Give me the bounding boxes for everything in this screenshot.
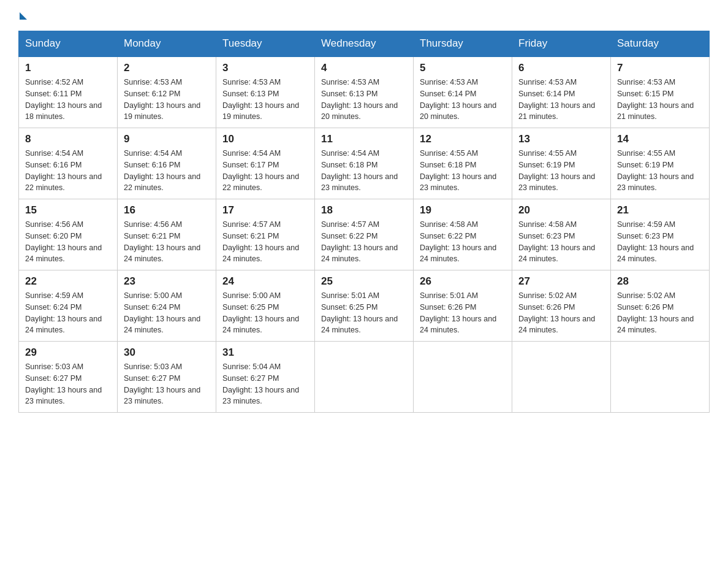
sunset-label: Sunset: 6:27 PM	[222, 374, 279, 383]
daylight-label: Daylight: 13 hours and 24 minutes.	[617, 243, 694, 264]
daylight-label: Daylight: 13 hours and 24 minutes.	[321, 315, 398, 335]
sunrise-label: Sunrise: 4:57 AM	[321, 220, 379, 229]
daylight-label: Daylight: 13 hours and 21 minutes.	[518, 101, 595, 121]
sunrise-label: Sunrise: 4:58 AM	[420, 220, 478, 229]
sunset-label: Sunset: 6:14 PM	[518, 90, 575, 98]
sunset-label: Sunset: 6:24 PM	[25, 303, 82, 312]
daylight-label: Daylight: 13 hours and 23 minutes.	[222, 386, 299, 406]
sunrise-label: Sunrise: 4:53 AM	[124, 78, 182, 86]
calendar-cell: 23 Sunrise: 5:00 AM Sunset: 6:24 PM Dayl…	[118, 270, 216, 342]
calendar-cell: 10 Sunrise: 4:54 AM Sunset: 6:17 PM Dayl…	[216, 128, 315, 199]
calendar-cell: 27 Sunrise: 5:02 AM Sunset: 6:26 PM Dayl…	[512, 270, 611, 342]
calendar-cell: 26 Sunrise: 5:01 AM Sunset: 6:26 PM Dayl…	[414, 270, 512, 342]
day-info: Sunrise: 4:56 AM Sunset: 6:20 PM Dayligh…	[25, 219, 111, 265]
page-header	[18, 12, 710, 20]
day-number: 3	[222, 62, 308, 74]
calendar-header-monday: Monday	[118, 31, 216, 57]
sunrise-label: Sunrise: 4:53 AM	[222, 78, 281, 86]
day-number: 31	[222, 347, 308, 359]
calendar-cell: 11 Sunrise: 4:54 AM Sunset: 6:18 PM Dayl…	[315, 128, 414, 199]
calendar-cell: 16 Sunrise: 4:56 AM Sunset: 6:21 PM Dayl…	[118, 199, 216, 270]
calendar-cell: 8 Sunrise: 4:54 AM Sunset: 6:16 PM Dayli…	[19, 128, 118, 199]
sunrise-label: Sunrise: 4:54 AM	[124, 149, 182, 158]
day-number: 20	[518, 204, 604, 216]
daylight-label: Daylight: 13 hours and 24 minutes.	[321, 243, 398, 264]
daylight-label: Daylight: 13 hours and 24 minutes.	[222, 243, 299, 264]
day-info: Sunrise: 5:01 AM Sunset: 6:26 PM Dayligh…	[420, 290, 506, 336]
daylight-label: Daylight: 13 hours and 24 minutes.	[222, 315, 299, 335]
day-info: Sunrise: 4:54 AM Sunset: 6:18 PM Dayligh…	[321, 148, 407, 194]
calendar-cell: 20 Sunrise: 4:58 AM Sunset: 6:23 PM Dayl…	[512, 199, 611, 270]
sunrise-label: Sunrise: 4:54 AM	[25, 149, 83, 158]
sunset-label: Sunset: 6:26 PM	[518, 303, 575, 312]
sunrise-label: Sunrise: 4:53 AM	[420, 78, 478, 86]
sunset-label: Sunset: 6:24 PM	[124, 303, 180, 312]
day-number: 28	[617, 275, 703, 288]
day-number: 1	[25, 62, 111, 74]
day-info: Sunrise: 4:53 AM Sunset: 6:12 PM Dayligh…	[124, 77, 210, 123]
daylight-label: Daylight: 13 hours and 19 minutes.	[124, 101, 200, 121]
calendar-cell: 17 Sunrise: 4:57 AM Sunset: 6:21 PM Dayl…	[216, 199, 315, 270]
day-info: Sunrise: 5:01 AM Sunset: 6:25 PM Dayligh…	[321, 290, 407, 336]
calendar-cell: 5 Sunrise: 4:53 AM Sunset: 6:14 PM Dayli…	[414, 56, 512, 128]
sunrise-label: Sunrise: 4:56 AM	[124, 220, 182, 229]
day-info: Sunrise: 5:00 AM Sunset: 6:25 PM Dayligh…	[222, 290, 308, 336]
sunrise-label: Sunrise: 4:57 AM	[222, 220, 281, 229]
day-info: Sunrise: 5:00 AM Sunset: 6:24 PM Dayligh…	[124, 290, 210, 336]
day-info: Sunrise: 4:53 AM Sunset: 6:14 PM Dayligh…	[518, 77, 604, 123]
calendar-week-5: 29 Sunrise: 5:03 AM Sunset: 6:27 PM Dayl…	[19, 342, 710, 413]
day-info: Sunrise: 4:54 AM Sunset: 6:16 PM Dayligh…	[25, 148, 111, 194]
day-info: Sunrise: 4:58 AM Sunset: 6:23 PM Dayligh…	[518, 219, 604, 265]
daylight-label: Daylight: 13 hours and 23 minutes.	[25, 386, 102, 406]
day-info: Sunrise: 4:57 AM Sunset: 6:21 PM Dayligh…	[222, 219, 308, 265]
sunrise-label: Sunrise: 5:02 AM	[617, 291, 675, 300]
daylight-label: Daylight: 13 hours and 23 minutes.	[321, 172, 398, 193]
day-info: Sunrise: 4:57 AM Sunset: 6:22 PM Dayligh…	[321, 219, 407, 265]
sunset-label: Sunset: 6:18 PM	[321, 161, 377, 169]
sunset-label: Sunset: 6:15 PM	[617, 90, 673, 98]
sunrise-label: Sunrise: 4:55 AM	[420, 149, 478, 158]
day-info: Sunrise: 4:53 AM Sunset: 6:13 PM Dayligh…	[321, 77, 407, 123]
calendar-week-1: 1 Sunrise: 4:52 AM Sunset: 6:11 PM Dayli…	[19, 56, 710, 128]
daylight-label: Daylight: 13 hours and 23 minutes.	[518, 172, 595, 193]
daylight-label: Daylight: 13 hours and 24 minutes.	[124, 243, 200, 264]
sunset-label: Sunset: 6:27 PM	[124, 374, 180, 383]
sunrise-label: Sunrise: 4:54 AM	[321, 149, 379, 158]
daylight-label: Daylight: 13 hours and 23 minutes.	[420, 172, 496, 193]
day-number: 26	[420, 275, 506, 288]
sunset-label: Sunset: 6:21 PM	[222, 232, 279, 240]
calendar-week-2: 8 Sunrise: 4:54 AM Sunset: 6:16 PM Dayli…	[19, 128, 710, 199]
sunset-label: Sunset: 6:13 PM	[222, 90, 279, 98]
calendar-cell	[611, 342, 710, 413]
sunrise-label: Sunrise: 5:00 AM	[124, 291, 182, 300]
calendar-cell: 7 Sunrise: 4:53 AM Sunset: 6:15 PM Dayli…	[611, 56, 710, 128]
day-info: Sunrise: 4:55 AM Sunset: 6:19 PM Dayligh…	[518, 148, 604, 194]
calendar-cell: 18 Sunrise: 4:57 AM Sunset: 6:22 PM Dayl…	[315, 199, 414, 270]
sunrise-label: Sunrise: 4:53 AM	[617, 78, 675, 86]
sunset-label: Sunset: 6:27 PM	[25, 374, 82, 383]
daylight-label: Daylight: 13 hours and 18 minutes.	[25, 101, 102, 121]
daylight-label: Daylight: 13 hours and 22 minutes.	[222, 172, 299, 193]
sunrise-label: Sunrise: 5:04 AM	[222, 362, 281, 371]
logo-text	[18, 12, 27, 18]
daylight-label: Daylight: 13 hours and 23 minutes.	[124, 386, 200, 406]
sunrise-label: Sunrise: 5:01 AM	[321, 291, 379, 300]
day-number: 4	[321, 62, 407, 74]
calendar-cell	[512, 342, 611, 413]
day-info: Sunrise: 4:53 AM Sunset: 6:14 PM Dayligh…	[420, 77, 506, 123]
sunrise-label: Sunrise: 5:00 AM	[222, 291, 281, 300]
sunset-label: Sunset: 6:26 PM	[617, 303, 673, 312]
sunset-label: Sunset: 6:23 PM	[518, 232, 575, 240]
calendar-cell: 4 Sunrise: 4:53 AM Sunset: 6:13 PM Dayli…	[315, 56, 414, 128]
day-number: 18	[321, 204, 407, 216]
sunrise-label: Sunrise: 5:03 AM	[124, 362, 182, 371]
daylight-label: Daylight: 13 hours and 20 minutes.	[420, 101, 496, 121]
logo-triangle-icon	[20, 12, 27, 20]
day-number: 12	[420, 133, 506, 145]
day-info: Sunrise: 4:59 AM Sunset: 6:23 PM Dayligh…	[617, 219, 703, 265]
sunrise-label: Sunrise: 5:01 AM	[420, 291, 478, 300]
sunset-label: Sunset: 6:19 PM	[617, 161, 673, 169]
calendar-table: SundayMondayTuesdayWednesdayThursdayFrid…	[18, 31, 710, 413]
sunrise-label: Sunrise: 4:53 AM	[518, 78, 577, 86]
daylight-label: Daylight: 13 hours and 22 minutes.	[124, 172, 200, 193]
